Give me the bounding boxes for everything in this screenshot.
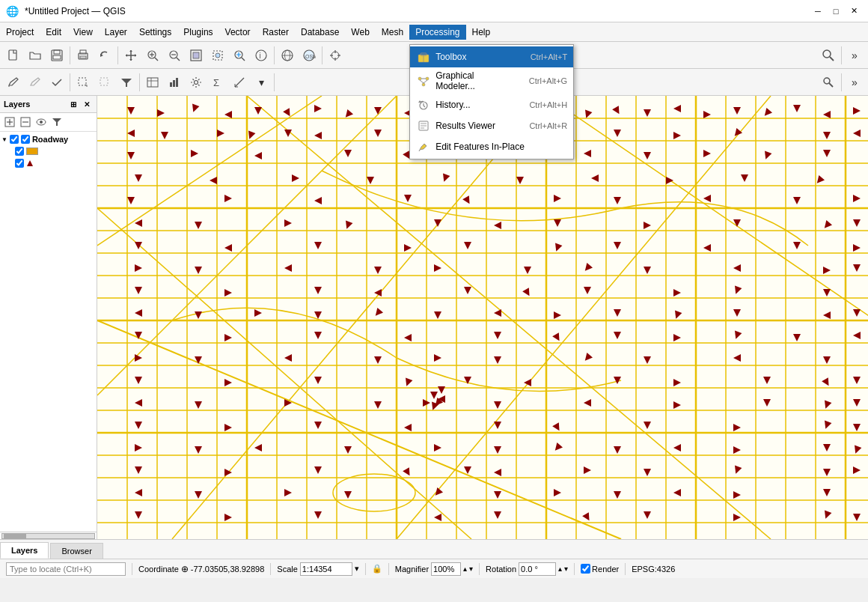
filter-layer-button[interactable]	[49, 115, 64, 130]
zoom-in-button[interactable]	[142, 45, 163, 66]
rot-up[interactable]: ▴	[558, 565, 562, 573]
render-checkbox[interactable]	[581, 564, 590, 574]
coordinate-item: Coordinate ⊕ -77.03505,38.92898	[138, 564, 264, 574]
menu-plugins[interactable]: Plugins	[177, 22, 218, 41]
render-item: Render	[581, 564, 619, 574]
layer-group-header[interactable]: ▼ Roadway	[1, 133, 95, 145]
zoom-out-button[interactable]	[164, 45, 185, 66]
more-button-2[interactable]: ▾	[251, 72, 272, 93]
mag-down[interactable]: ▾	[469, 565, 473, 573]
svg-line-7	[420, 80, 424, 83]
globe-button[interactable]	[277, 45, 298, 66]
map-canvas[interactable]	[97, 96, 868, 539]
scale-input[interactable]	[300, 562, 352, 576]
menu-settings[interactable]: Settings	[133, 22, 177, 41]
sigma-button[interactable]: Σ	[207, 72, 228, 93]
window-controls: ─ □ ✕	[810, 3, 862, 19]
close-button[interactable]: ✕	[846, 3, 862, 19]
horizontal-scrollbar[interactable]	[1, 533, 95, 539]
add-layer-button[interactable]	[2, 115, 17, 130]
menu-processing[interactable]: Processing	[409, 25, 465, 40]
magnifier-input[interactable]	[431, 562, 461, 576]
undo-button[interactable]	[94, 45, 115, 66]
svg-marker-79	[27, 160, 33, 166]
remove-layer-button[interactable]	[18, 115, 33, 130]
measure-button[interactable]	[229, 72, 250, 93]
print-layout-button[interactable]	[73, 45, 94, 66]
dropdown-toolbox[interactable]: Toolbox Ctrl+Alt+T	[410, 46, 573, 67]
search2-button[interactable]	[818, 72, 839, 93]
dropdown-graphical-modeler[interactable]: Graphical Modeler... Ctrl+Alt+G	[410, 67, 573, 94]
menu-layer[interactable]: Layer	[99, 22, 133, 41]
layers-scrollbar[interactable]	[0, 532, 97, 539]
svg-rect-80	[97, 96, 868, 539]
save-project-button[interactable]	[46, 45, 67, 66]
svg-rect-56	[100, 78, 108, 85]
save-edits-button[interactable]	[46, 72, 67, 93]
svg-point-64	[195, 80, 198, 84]
main-area: Layers ⊞ ✕ ▼	[0, 96, 868, 539]
minimize-button[interactable]: ─	[810, 3, 826, 19]
menu-web[interactable]: Web	[345, 22, 375, 41]
dropdown-results-viewer[interactable]: Results Viewer Ctrl+Alt+R	[410, 115, 573, 136]
zoom-layer-button[interactable]	[229, 45, 250, 66]
osm-button[interactable]: OSM	[299, 45, 320, 66]
layer1-color	[26, 148, 38, 155]
more-tools-button[interactable]: »	[844, 45, 865, 66]
search-button[interactable]	[818, 45, 839, 66]
more2-button[interactable]: »	[844, 72, 865, 93]
edit-pencil-button[interactable]	[3, 72, 24, 93]
toggle-visibility-button[interactable]	[34, 115, 49, 130]
stop-edit-button[interactable]	[25, 72, 46, 93]
identify-button[interactable]: i	[251, 45, 272, 66]
table-button[interactable]	[142, 72, 163, 93]
menu-vector[interactable]: Vector	[219, 22, 257, 41]
stats-button[interactable]	[164, 72, 185, 93]
scrollbar-thumb[interactable]	[4, 534, 26, 538]
group-visible-checkbox[interactable]	[21, 135, 30, 144]
zoom-full-button[interactable]	[186, 45, 207, 66]
menu-raster[interactable]: Raster	[257, 22, 295, 41]
menu-database[interactable]: Database	[295, 22, 345, 41]
gear-button[interactable]	[186, 72, 207, 93]
render-label: Render	[592, 565, 619, 574]
deselect-button[interactable]	[94, 72, 115, 93]
menu-help[interactable]: Help	[466, 22, 497, 41]
edit-separator-2	[139, 73, 140, 91]
layers-icon-close[interactable]: ✕	[81, 98, 93, 110]
rot-down[interactable]: ▾	[564, 565, 568, 573]
status-sep-7	[625, 563, 626, 575]
menu-project[interactable]: Project	[0, 22, 40, 41]
layer1-checkbox[interactable]	[15, 147, 24, 156]
epsg-label[interactable]: EPSG:4326	[632, 565, 675, 574]
dropdown-edit-features[interactable]: Edit Features In-Place	[410, 136, 573, 157]
locate-input[interactable]	[6, 562, 126, 576]
new-project-button[interactable]	[3, 45, 24, 66]
graphical-modeler-icon	[416, 73, 431, 88]
tab-browser[interactable]: Browser	[50, 543, 103, 559]
layers-icon-open[interactable]: ⊞	[67, 98, 79, 110]
svg-rect-20	[54, 50, 60, 54]
menu-view[interactable]: View	[67, 22, 99, 41]
menu-mesh[interactable]: Mesh	[376, 22, 409, 41]
open-project-button[interactable]	[25, 45, 46, 66]
filter-button[interactable]	[116, 72, 137, 93]
results-viewer-label: Results Viewer	[435, 121, 507, 131]
tab-layers[interactable]: Layers	[0, 542, 49, 559]
svg-line-66	[235, 78, 244, 87]
status-sep-5	[479, 563, 480, 575]
zoom-selection-button[interactable]	[207, 45, 228, 66]
rotation-input[interactable]	[519, 562, 556, 576]
group-checkbox[interactable]	[10, 135, 19, 144]
scale-label: Scale	[277, 565, 298, 574]
layer2-checkbox[interactable]	[15, 159, 24, 168]
scale-dropdown-icon[interactable]: ▾	[355, 564, 359, 574]
scale-item: Scale ▾	[277, 562, 359, 576]
pan-tool-button[interactable]	[120, 45, 141, 66]
mag-up[interactable]: ▴	[463, 565, 467, 573]
maximize-button[interactable]: □	[828, 3, 844, 19]
crosshair-button[interactable]	[325, 45, 346, 66]
select-button[interactable]	[73, 72, 94, 93]
menu-edit[interactable]: Edit	[40, 22, 67, 41]
dropdown-history[interactable]: History... Ctrl+Alt+H	[410, 94, 573, 115]
